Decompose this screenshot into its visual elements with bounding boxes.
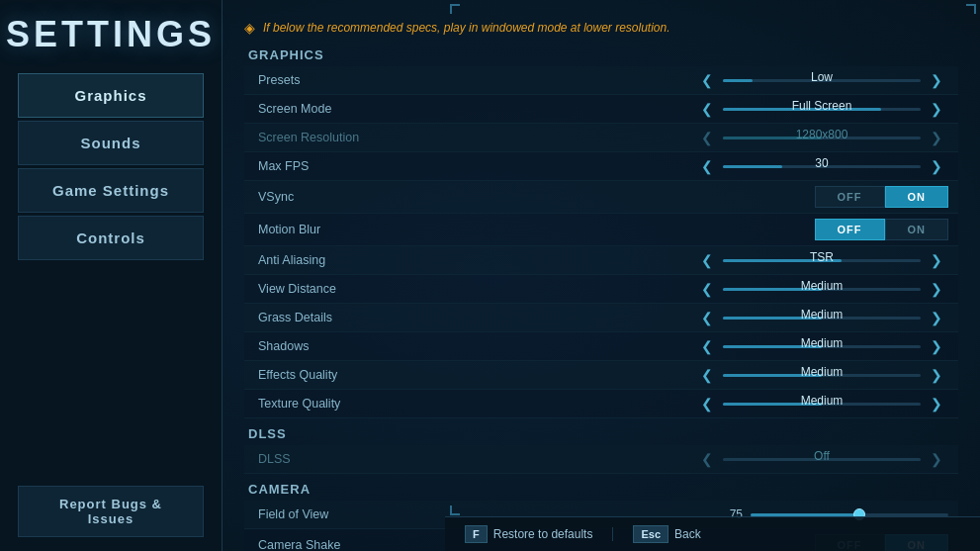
screen-resolution-right-arrow[interactable]: ❯ — [925, 129, 948, 146]
dlss-right-arrow[interactable]: ❯ — [925, 450, 948, 468]
back-label: Back — [674, 527, 701, 541]
vsync-control: OFF ON — [515, 181, 958, 214]
view-distance-label: View Distance — [244, 275, 515, 304]
restore-defaults-button[interactable]: F Restore to defaults — [465, 525, 592, 543]
footer-separator — [612, 527, 613, 541]
presets-control: ❮ Low ❯ — [515, 66, 958, 95]
shadows-track: Medium — [723, 345, 921, 348]
sidebar: SETTINGS Graphics Sounds Game Settings C… — [0, 0, 223, 551]
screen-mode-control: ❮ Full Screen ❯ — [515, 95, 958, 124]
table-row: Presets ❮ Low ❯ — [244, 66, 958, 95]
screen-mode-right-arrow[interactable]: ❯ — [925, 100, 948, 118]
camera-section-header: Camera — [244, 482, 958, 497]
texture-quality-left-arrow[interactable]: ❮ — [695, 395, 719, 413]
view-distance-track: Medium — [723, 288, 921, 291]
screen-resolution-label: Screen Resolution — [244, 124, 515, 152]
table-row: Effects Quality ❮ Medium ❯ — [244, 361, 958, 390]
shadows-right-arrow[interactable]: ❯ — [925, 337, 948, 355]
effects-quality-right-arrow[interactable]: ❯ — [925, 366, 948, 384]
settings-title: SETTINGS — [0, 0, 222, 73]
motion-blur-on-button[interactable]: ON — [885, 219, 949, 240]
graphics-settings-table: Presets ❮ Low ❯ Screen M — [244, 66, 958, 418]
back-button[interactable]: Esc Back — [633, 525, 700, 543]
grass-details-right-arrow[interactable]: ❯ — [925, 309, 948, 326]
restore-key: F — [465, 525, 488, 543]
texture-quality-track: Medium — [723, 403, 921, 406]
screen-resolution-left-arrow[interactable]: ❮ — [695, 129, 719, 146]
main-wrapper: ◈ If below the recommended specs, play i… — [223, 0, 980, 551]
dlss-value: Off — [787, 449, 856, 463]
view-distance-right-arrow[interactable]: ❯ — [925, 280, 948, 298]
effects-quality-value: Medium — [787, 365, 856, 379]
anti-aliasing-right-arrow[interactable]: ❯ — [925, 251, 948, 269]
sidebar-bottom: Report Bugs & Issues — [0, 476, 222, 551]
warning-banner: ◈ If below the recommended specs, play i… — [244, 18, 958, 38]
vsync-on-button[interactable]: ON — [885, 186, 949, 208]
report-bugs-button[interactable]: Report Bugs & Issues — [18, 486, 204, 537]
motion-blur-label: Motion Blur — [244, 214, 515, 246]
max-fps-label: Max FPS — [244, 152, 515, 181]
anti-aliasing-track: TSR — [723, 259, 921, 262]
screen-resolution-value: 1280x800 — [787, 128, 856, 141]
dlss-track: Off — [723, 458, 921, 461]
anti-aliasing-value: TSR — [787, 250, 856, 264]
motion-blur-off-button[interactable]: OFF — [815, 219, 885, 240]
shadows-left-arrow[interactable]: ❮ — [695, 337, 719, 355]
texture-quality-right-arrow[interactable]: ❯ — [925, 395, 948, 413]
table-row: Screen Resolution ❮ 1280x800 ❯ — [244, 124, 958, 152]
table-row: VSync OFF ON — [244, 181, 958, 214]
view-distance-left-arrow[interactable]: ❮ — [695, 280, 719, 298]
vsync-off-button[interactable]: OFF — [815, 186, 885, 208]
vsync-label: VSync — [244, 181, 515, 214]
presets-right-arrow[interactable]: ❯ — [925, 71, 948, 89]
max-fps-fill — [723, 165, 782, 168]
presets-track: Low — [723, 79, 921, 82]
sidebar-item-graphics[interactable]: Graphics — [18, 73, 204, 118]
effects-quality-label: Effects Quality — [244, 361, 515, 390]
dlss-settings-table: DLSS ❮ Off ❯ — [244, 445, 958, 474]
table-row: Texture Quality ❮ Medium ❯ — [244, 390, 958, 418]
table-row: DLSS ❮ Off ❯ — [244, 445, 958, 474]
view-distance-value: Medium — [787, 279, 856, 293]
table-row: Max FPS ❮ 30 ❯ — [244, 152, 958, 181]
grass-details-control: ❮ Medium ❯ — [515, 304, 958, 332]
anti-aliasing-label: Anti Aliasing — [244, 246, 515, 275]
grass-details-left-arrow[interactable]: ❮ — [695, 309, 719, 326]
back-key: Esc — [633, 525, 668, 543]
anti-aliasing-left-arrow[interactable]: ❮ — [695, 251, 719, 269]
grass-details-track: Medium — [723, 317, 921, 320]
sidebar-nav: Graphics Sounds Game Settings Controls — [0, 73, 222, 476]
main-content: ◈ If below the recommended specs, play i… — [223, 0, 980, 551]
sidebar-item-controls[interactable]: Controls — [18, 216, 204, 260]
presets-label: Presets — [244, 66, 515, 95]
screen-mode-label: Screen Mode — [244, 95, 515, 124]
sidebar-item-sounds[interactable]: Sounds — [18, 121, 204, 165]
sidebar-item-game-settings[interactable]: Game Settings — [18, 168, 204, 213]
presets-left-arrow[interactable]: ❮ — [695, 71, 719, 89]
screen-mode-value: Full Screen — [787, 99, 856, 113]
screen-mode-track: Full Screen — [723, 108, 921, 111]
dlss-left-arrow[interactable]: ❮ — [695, 450, 719, 468]
max-fps-control: ❮ 30 ❯ — [515, 152, 958, 181]
presets-fill — [723, 79, 753, 82]
table-row: Shadows ❮ Medium ❯ — [244, 332, 958, 361]
max-fps-track: 30 — [723, 165, 921, 168]
max-fps-right-arrow[interactable]: ❯ — [925, 157, 948, 175]
view-distance-control: ❮ Medium ❯ — [515, 275, 958, 304]
grass-details-value: Medium — [787, 308, 856, 321]
screen-resolution-control: ❮ 1280x800 ❯ — [515, 124, 958, 152]
screen-resolution-track: 1280x800 — [723, 137, 921, 139]
restore-label: Restore to defaults — [493, 527, 593, 541]
texture-quality-label: Texture Quality — [244, 390, 515, 418]
motion-blur-control: OFF ON — [515, 214, 958, 246]
texture-quality-control: ❮ Medium ❯ — [515, 390, 958, 418]
shadows-label: Shadows — [244, 332, 515, 361]
table-row: Anti Aliasing ❮ TSR ❯ — [244, 246, 958, 275]
dlss-control: ❮ Off ❯ — [515, 445, 958, 474]
footer: F Restore to defaults Esc Back — [445, 516, 980, 551]
max-fps-left-arrow[interactable]: ❮ — [695, 157, 719, 175]
screen-mode-left-arrow[interactable]: ❮ — [695, 100, 719, 118]
effects-quality-left-arrow[interactable]: ❮ — [695, 366, 719, 384]
anti-aliasing-control: ❮ TSR ❯ — [515, 246, 958, 275]
effects-quality-track: Medium — [723, 374, 921, 377]
